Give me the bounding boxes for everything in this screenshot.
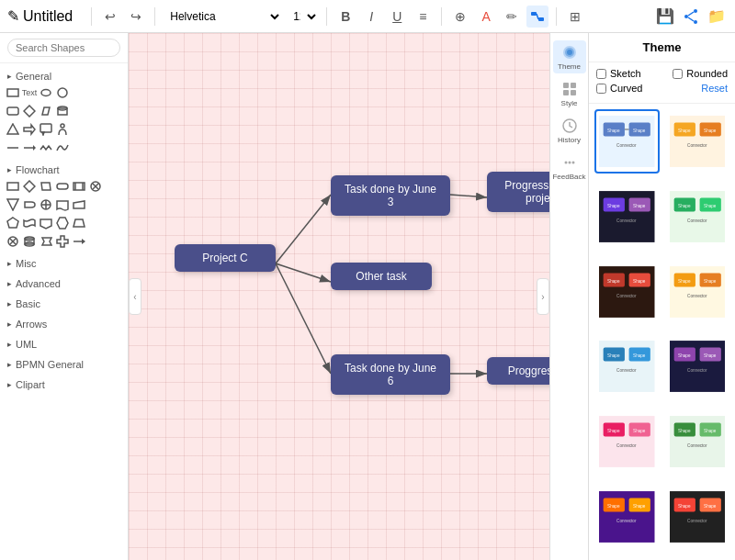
curve-shape[interactable]: [55, 140, 70, 155]
cylinder-shape[interactable]: [55, 104, 70, 118]
undo-button[interactable]: ↩: [99, 6, 121, 28]
theme-card-10[interactable]: Shape Shape Connector: [665, 409, 730, 474]
line-shape[interactable]: [6, 140, 20, 155]
offpage-shape[interactable]: [39, 216, 53, 230]
pen-button[interactable]: ✏: [501, 6, 523, 28]
node-project-c[interactable]: Project C: [175, 244, 276, 272]
theme-card-6[interactable]: Shape Shape Connector: [665, 260, 730, 324]
theme-card-12[interactable]: Shape Shape Connector: [665, 485, 730, 549]
x-shape[interactable]: [88, 179, 103, 194]
text-shape[interactable]: Text: [22, 85, 37, 100]
history-icon-btn[interactable]: History: [553, 114, 586, 147]
left-collapse-handle[interactable]: ‹: [129, 278, 141, 315]
rect-shape[interactable]: [6, 85, 20, 100]
theme-icon-btn[interactable]: Theme: [553, 40, 586, 73]
ellipse-shape[interactable]: [39, 85, 53, 100]
folder-button[interactable]: 📁: [706, 6, 728, 28]
xor-circle-shape[interactable]: [6, 234, 20, 249]
terminator-shape[interactable]: [55, 179, 70, 194]
arrow-right-shape[interactable]: [22, 122, 37, 137]
section-basic-title[interactable]: Basic: [0, 295, 128, 311]
node-task-june6[interactable]: Task done by June 6: [331, 354, 450, 395]
diamond-shape[interactable]: [22, 104, 37, 118]
person-shape[interactable]: [55, 122, 70, 137]
section-general-title[interactable]: General: [0, 67, 128, 84]
triangle-shape[interactable]: [6, 122, 20, 137]
section-misc-title[interactable]: Misc: [0, 254, 128, 271]
search-input[interactable]: [7, 39, 120, 57]
underline-button[interactable]: U: [386, 6, 408, 28]
section-flowchart-title[interactable]: Flowchart: [0, 161, 128, 177]
svg-marker-39: [7, 218, 18, 228]
decision-shape[interactable]: [22, 179, 37, 194]
zigzag-shape[interactable]: [39, 140, 53, 155]
right-collapse-handle[interactable]: ›: [537, 278, 549, 315]
parallelogram-shape[interactable]: [39, 104, 53, 118]
table-button[interactable]: ⊞: [564, 6, 586, 28]
rounded-checkbox[interactable]: [673, 69, 683, 79]
pentagon-shape[interactable]: [6, 216, 20, 230]
node-task-june3[interactable]: Task done by June 3: [331, 175, 450, 216]
share-button[interactable]: [680, 6, 702, 28]
font-size-select[interactable]: 12101416: [286, 7, 319, 26]
tape-shape[interactable]: [22, 216, 37, 230]
doc-shape[interactable]: [55, 197, 70, 212]
predefined-shape[interactable]: [72, 179, 86, 194]
circle-shape[interactable]: [55, 85, 70, 100]
italic-button[interactable]: I: [360, 6, 382, 28]
trapezoid-shape[interactable]: [72, 216, 86, 230]
step-shape[interactable]: [39, 234, 53, 249]
bold-button[interactable]: B: [334, 6, 356, 28]
rounded-rect-shape[interactable]: [6, 104, 20, 118]
node-progress[interactable]: Progress of the project: [487, 172, 549, 212]
process-shape[interactable]: [6, 179, 20, 194]
theme-card-7[interactable]: Shape Shape Connector: [594, 334, 660, 398]
curved-checkbox[interactable]: [596, 84, 606, 94]
theme-card-4[interactable]: Shape Shape Connector: [665, 185, 730, 249]
delay-shape[interactable]: [22, 197, 37, 212]
align-button[interactable]: ≡: [412, 6, 434, 28]
manual-shape[interactable]: [72, 197, 86, 212]
color-button[interactable]: A: [475, 6, 497, 28]
long-arrow-shape[interactable]: [72, 234, 86, 249]
section-advanced-title[interactable]: Advanced: [0, 274, 128, 291]
section-arrows-title[interactable]: Arrows: [0, 315, 128, 331]
section-bpmn-title[interactable]: BPMN General: [0, 355, 128, 372]
theme-card-2[interactable]: Shape Shape Connector: [665, 109, 730, 174]
section-uml-title[interactable]: UML: [0, 335, 128, 352]
canvas-background[interactable]: Project C Task done by June 3 Progress o…: [129, 33, 549, 560]
sketch-checkbox[interactable]: [596, 69, 606, 79]
curved-check[interactable]: Curved: [596, 83, 642, 94]
callout-shape[interactable]: [39, 122, 53, 137]
theme-card-3[interactable]: Shape Shape Connector: [594, 185, 660, 249]
rounded-check[interactable]: Rounded: [673, 68, 728, 79]
section-clipart-title[interactable]: Clipart: [0, 375, 128, 392]
font-family-select[interactable]: HelveticaArialTimes New Roman: [163, 7, 282, 26]
node-other-task[interactable]: Other task: [331, 263, 432, 290]
theme-options: Sketch Rounded Curved Reset: [589, 62, 735, 104]
redo-button[interactable]: ↪: [125, 6, 147, 28]
connect-button[interactable]: [526, 6, 548, 28]
theme-card-5[interactable]: Shape Shape Connector: [594, 260, 660, 324]
save-button[interactable]: 💾: [654, 6, 676, 28]
theme-card-11[interactable]: Shape Shape Connector: [594, 485, 660, 549]
database-shape[interactable]: [22, 234, 37, 249]
hexagon-shape[interactable]: [55, 216, 70, 230]
insert-button[interactable]: ⊕: [449, 6, 471, 28]
divider-5: [556, 7, 557, 26]
sketch-check[interactable]: Sketch: [596, 68, 641, 79]
node-proggress[interactable]: Proggress: [487, 357, 549, 385]
theme-card-1[interactable]: Shape Shape Connector: [594, 109, 660, 174]
rounded-label: Rounded: [686, 68, 728, 79]
io-shape[interactable]: [39, 179, 53, 194]
plus-shape[interactable]: [55, 234, 70, 249]
svg-rect-0: [531, 12, 537, 16]
style-icon-btn[interactable]: Style: [553, 77, 586, 110]
merge-shape[interactable]: [6, 197, 20, 212]
or-shape[interactable]: [39, 197, 53, 212]
feedback-icon-btn[interactable]: FeedBack: [553, 151, 586, 184]
reset-button[interactable]: Reset: [701, 83, 728, 94]
arrow-shape[interactable]: [22, 140, 37, 155]
theme-card-9[interactable]: Shape Shape Connector: [594, 409, 660, 474]
theme-card-8[interactable]: Shape Shape Connector: [665, 334, 730, 398]
